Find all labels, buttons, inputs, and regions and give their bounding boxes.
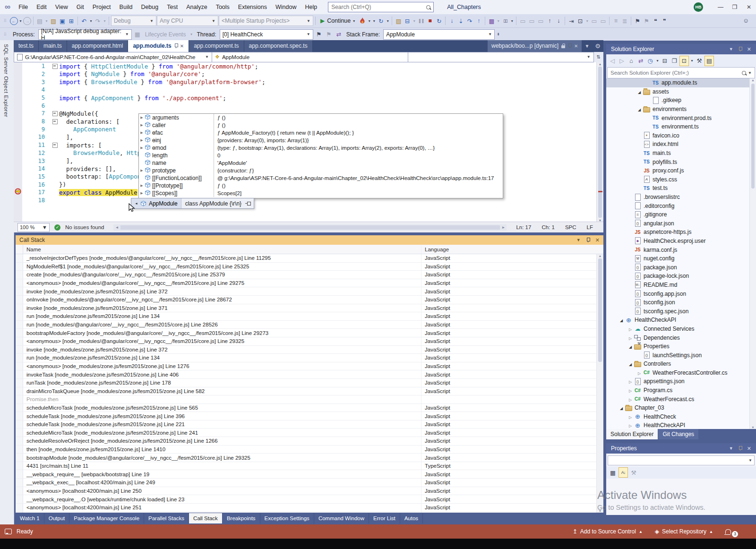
collapse-icon[interactable]: ◄ (135, 202, 138, 205)
call-stack-frame-row[interactable]: <anonymous> [node_modules/@angular/core/… (16, 279, 603, 288)
undo-dropdown[interactable]: ▾ (89, 16, 93, 26)
menu-item[interactable]: Build (115, 0, 137, 14)
tree-item[interactable]: styles.css (606, 175, 756, 184)
save-all-button[interactable]: ⊞ (67, 16, 76, 26)
expander-icon[interactable] (636, 106, 643, 112)
solution-explorer-title-bar[interactable]: Solution Explorer ▼ ✕ (606, 44, 756, 54)
keep-open-icon[interactable] (568, 43, 571, 48)
call-stack-frame-row[interactable]: <anonymous> [localhost:4200/main.js] Lin… (16, 504, 603, 512)
attach-to-process-button[interactable]: ▨ (394, 16, 403, 26)
call-stack-frame-row[interactable]: __webpack_exec__ [localhost:4200/main.js… (16, 479, 603, 487)
stop-debugging-button[interactable]: ■ (426, 16, 434, 26)
bookmark-button[interactable]: ⚑ (633, 16, 642, 26)
hot-reload-button[interactable] (358, 16, 367, 26)
tree-item[interactable]: Properties (606, 342, 756, 351)
platform-select[interactable]: Any CPU▼ (157, 16, 218, 26)
flag-current-thread-button[interactable]: ⚑ (315, 30, 323, 39)
call-stack-frame-row[interactable]: create [node_modules/@angular/core/__ivy… (16, 271, 603, 279)
preview-selected-items-button[interactable]: ❐ (670, 56, 679, 66)
tree-scrollbar[interactable]: ▲▼ (749, 78, 756, 429)
property-pages-button[interactable]: ⚒ (629, 468, 638, 477)
call-stack-frame-row[interactable]: then [node_modules/zone.js/fesm2015/zone… (16, 446, 603, 454)
flagged-threads-only-button[interactable]: ⚑ (325, 30, 333, 39)
close-icon[interactable]: ✕ (574, 43, 578, 49)
datatip-row[interactable]: ▶ caller ƒ () (139, 121, 503, 129)
expander-icon[interactable] (627, 396, 634, 403)
tree-item[interactable]: package-lock.json (606, 272, 756, 281)
breakpoint-gutter[interactable] (14, 94, 22, 102)
window-position-dropdown[interactable]: ▼ (576, 238, 581, 242)
call-stack-frame-row[interactable]: _resolveInjectorDefTypes [node_modules/@… (16, 254, 603, 263)
call-stack-frame-row[interactable]: __webpack_require__ [webpack/bootstrap] … (16, 470, 603, 479)
tree-item[interactable]: aspnetcore-https.js (606, 228, 756, 237)
menu-item[interactable]: Analyze (182, 0, 211, 14)
restore-button[interactable]: ❐ (728, 0, 742, 14)
column-header-language[interactable]: Language (421, 247, 603, 252)
uncomment-button[interactable]: ▭ (527, 16, 536, 26)
gear-icon[interactable]: ⚙ (592, 40, 603, 52)
hot-reload-dropdown[interactable]: ▾ (372, 16, 376, 26)
sync-dropdown[interactable]: ▾ (690, 56, 694, 66)
document-tab[interactable]: app.component.spec.ts (244, 40, 313, 52)
fold-gutter[interactable] (51, 143, 59, 148)
tree-item[interactable]: Program.cs (606, 386, 756, 395)
tree-item[interactable]: package.json (606, 263, 756, 272)
expander-icon[interactable] (627, 326, 634, 332)
tree-item[interactable]: Dependencies (606, 333, 756, 342)
restart-application-button[interactable]: ↻ (377, 16, 385, 26)
menu-item[interactable]: Debug (137, 0, 163, 14)
window-position-dropdown[interactable]: ▼ (729, 446, 733, 451)
move-down-button[interactable]: ↓ (554, 16, 563, 26)
menu-item[interactable]: Tools (212, 0, 234, 14)
pin-to-source-icon[interactable] (245, 202, 251, 206)
expander-icon[interactable] (627, 413, 634, 420)
redo-button[interactable]: ↷ (94, 16, 102, 26)
home-button[interactable]: ⌂ (627, 56, 636, 66)
expander-icon[interactable] (627, 378, 634, 385)
datatip-row[interactable]: ▶ ɵinj {providers: Array(0), imports: Ar… (139, 137, 503, 144)
properties-button[interactable]: ⚒ (695, 56, 704, 66)
breakpoint-gutter[interactable] (14, 62, 22, 70)
continue-dropdown[interactable]: ▾ (367, 16, 371, 26)
datatip-row[interactable]: ▶ ɵfac ƒ AppModule_Factory(t) { return n… (139, 129, 503, 137)
tree-item[interactable]: polyfills.ts (606, 157, 756, 166)
debug-configuration-select[interactable]: Debug▼ (111, 16, 156, 26)
type-dropdown[interactable]: ❖ AppModule (212, 52, 408, 62)
breakpoint-gutter[interactable] (14, 102, 22, 110)
back-button[interactable]: ◁ (608, 56, 617, 66)
file-path-dropdown[interactable]: G:\Angular\ASP.NET-Core-6-and-Angular-ma… (14, 52, 212, 62)
open-file-button[interactable]: ▨ (49, 16, 58, 26)
menu-item[interactable]: Edit (32, 0, 51, 14)
tool-window-tab[interactable]: Call Stack (189, 513, 223, 523)
menu-item[interactable]: Project (88, 0, 115, 14)
menu-item[interactable]: Window (271, 0, 301, 14)
expander-icon[interactable] (627, 335, 634, 341)
tree-item[interactable]: HealthCheckAPI (606, 316, 756, 325)
tool-window-tab[interactable]: Breakpoints (223, 513, 260, 523)
call-stack-frame-row[interactable]: scheduleTask [node_modules/zone.js/fesm2… (16, 420, 603, 429)
expander-icon[interactable] (627, 360, 634, 367)
breakpoint-gutter[interactable] (14, 197, 22, 205)
alphabetical-button[interactable]: A↓ (619, 467, 628, 478)
navigate-backward-button[interactable]: ← (10, 17, 18, 25)
window-position-dropdown[interactable]: ▼ (729, 47, 733, 51)
call-stack-frame-row[interactable]: scheduleTask [node_modules/zone.js/fesm2… (16, 412, 603, 420)
call-stack-frame-row[interactable]: scheduleMicroTask [node_modules/zone.js/… (16, 404, 603, 412)
call-stack-frame-row[interactable]: 4431 [src/main.ts] Line 11 TypeScript (16, 462, 603, 471)
undo-button[interactable]: ↶ (80, 16, 88, 26)
call-stack-frame-row[interactable]: <anonymous> [node_modules/@angular/core/… (16, 337, 603, 346)
call-stack-frame-row[interactable]: <anonymous> [node_modules/zone.js/fesm20… (16, 362, 603, 371)
select-repository-button[interactable]: ◈ Select Repository ▲ (655, 528, 713, 535)
show-all-windows-button[interactable]: ⊟ (403, 16, 412, 26)
lifecycle-events-button[interactable]: Lifecycle Events (143, 31, 188, 38)
fold-gutter[interactable] (51, 64, 59, 69)
datatip-row[interactable]: ▶ ɵmod {type: ƒ, bootstrap: Array(1), de… (139, 144, 503, 152)
stack-frame-select[interactable]: AppModule▼ (383, 29, 495, 40)
sql-server-object-explorer-tab[interactable]: SQL Server Object Explorer (3, 44, 9, 117)
step-into-button[interactable]: ↓ (447, 16, 456, 26)
menu-item[interactable]: File (14, 0, 32, 14)
call-stack-frame-row[interactable]: Promise.then (16, 395, 603, 404)
horizontal-scrollbar[interactable]: ◄► (113, 224, 507, 231)
user-avatar[interactable]: HB (694, 2, 703, 12)
datatip-row[interactable]: length 0 (139, 152, 503, 159)
